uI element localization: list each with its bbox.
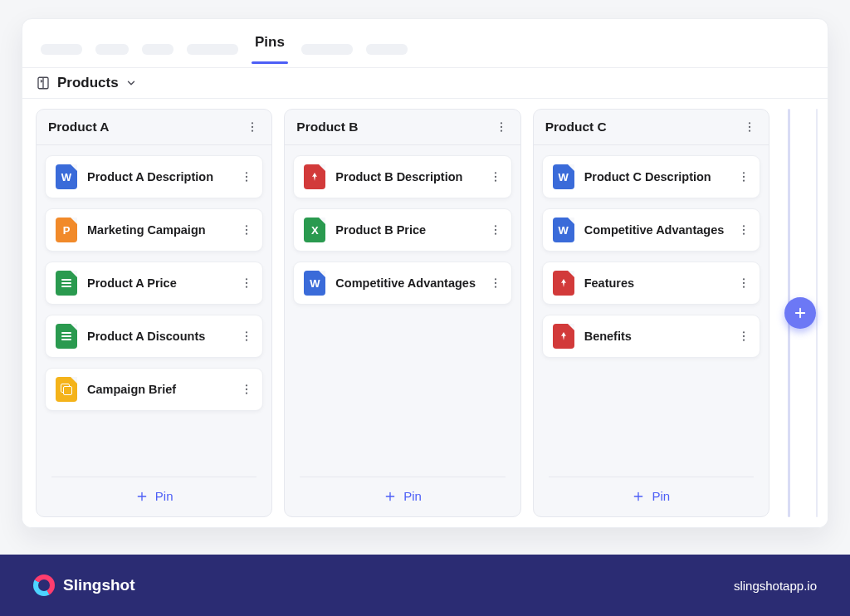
pin-card[interactable]: WCompetitive Advantages xyxy=(293,262,511,305)
more-options-button[interactable] xyxy=(245,120,260,134)
pin-card[interactable]: Product A Price xyxy=(45,262,263,305)
pin-card[interactable]: Product A Discounts xyxy=(45,315,263,358)
section-header[interactable]: Products xyxy=(22,67,828,99)
svg-point-17 xyxy=(246,389,247,390)
file-type-icon: X xyxy=(304,218,325,242)
more-options-button[interactable] xyxy=(488,222,503,237)
svg-point-39 xyxy=(743,233,745,235)
file-type-icon: W xyxy=(304,271,325,296)
file-type-icon xyxy=(553,271,574,296)
pin-card[interactable]: WCompetitive Advantages xyxy=(542,208,760,252)
svg-point-28 xyxy=(495,278,496,280)
svg-point-16 xyxy=(246,384,247,386)
svg-point-18 xyxy=(246,393,247,394)
tab-pins[interactable]: Pins xyxy=(252,34,288,64)
more-options-button[interactable] xyxy=(239,276,254,291)
more-options-button[interactable] xyxy=(736,222,751,237)
more-options-button[interactable] xyxy=(239,382,254,397)
pin-label: Product B Price xyxy=(335,223,477,237)
svg-point-27 xyxy=(495,233,496,235)
column-header: Product B xyxy=(285,110,520,145)
svg-point-25 xyxy=(495,225,496,227)
more-options-button[interactable] xyxy=(239,222,254,237)
tab-placeholder[interactable] xyxy=(187,44,238,55)
svg-point-23 xyxy=(495,176,496,178)
pin-card[interactable]: Benefits xyxy=(542,315,760,358)
more-options-button[interactable] xyxy=(736,329,751,344)
svg-point-12 xyxy=(246,286,247,288)
column-body: WProduct A DescriptionPMarketing Campaig… xyxy=(37,145,271,470)
section-title: Products xyxy=(57,75,119,91)
more-options-button[interactable] xyxy=(494,120,509,134)
svg-point-10 xyxy=(246,278,247,280)
pin-card[interactable]: PMarketing Campaign xyxy=(45,208,263,252)
svg-point-7 xyxy=(246,225,247,227)
more-options-button[interactable] xyxy=(488,276,503,291)
svg-point-40 xyxy=(743,278,745,280)
file-type-icon: W xyxy=(56,164,77,189)
add-column-button[interactable] xyxy=(784,297,816,329)
svg-point-32 xyxy=(749,126,750,128)
tab-placeholder[interactable] xyxy=(366,44,408,55)
svg-point-11 xyxy=(246,282,247,284)
column-title: Product A xyxy=(48,120,109,134)
pin-card[interactable]: WProduct A Description xyxy=(45,155,263,198)
pin-card[interactable]: WProduct C Description xyxy=(542,155,760,198)
column-header: Product C xyxy=(534,110,769,145)
svg-point-8 xyxy=(246,229,247,231)
tab-placeholder[interactable] xyxy=(95,44,129,55)
svg-point-3 xyxy=(252,130,253,132)
column-header: Product A xyxy=(37,110,271,145)
more-options-button[interactable] xyxy=(239,329,254,344)
footer-url: slingshotapp.io xyxy=(734,579,817,593)
pin-label: Product B Description xyxy=(335,170,477,183)
brand-logo-icon xyxy=(33,574,55,596)
tab-placeholder[interactable] xyxy=(142,44,173,55)
svg-point-38 xyxy=(743,229,745,231)
pin-label: Benefits xyxy=(584,330,726,343)
svg-point-45 xyxy=(743,340,745,341)
app-window: Pins Products Product AWProduct A Descri… xyxy=(22,18,828,528)
file-type-icon: W xyxy=(553,164,574,189)
pin-card[interactable]: Features xyxy=(542,262,760,305)
more-options-button[interactable] xyxy=(488,169,503,184)
more-options-button[interactable] xyxy=(239,169,254,184)
file-type-icon xyxy=(56,377,77,402)
svg-point-42 xyxy=(743,286,745,288)
add-pin-button[interactable]: Pin xyxy=(51,477,256,516)
svg-point-29 xyxy=(495,282,496,284)
pin-card[interactable]: XProduct B Price xyxy=(293,208,511,252)
board-column: Product BProduct B DescriptionXProduct B… xyxy=(284,109,520,517)
board-column: Product AWProduct A DescriptionPMarketin… xyxy=(36,109,272,517)
svg-point-19 xyxy=(501,122,502,124)
file-type-icon xyxy=(553,324,574,349)
add-pin-button[interactable]: Pin xyxy=(300,477,505,516)
add-pin-label: Pin xyxy=(155,489,173,503)
svg-point-31 xyxy=(749,122,750,124)
svg-point-24 xyxy=(495,180,496,182)
svg-point-44 xyxy=(743,335,745,337)
svg-point-14 xyxy=(246,335,247,337)
svg-point-2 xyxy=(252,126,253,128)
pin-card[interactable]: Campaign Brief xyxy=(45,368,263,411)
pin-label: Campaign Brief xyxy=(87,383,229,396)
section-icon xyxy=(36,76,51,90)
column-body: WProduct C DescriptionWCompetitive Advan… xyxy=(534,145,769,470)
svg-point-30 xyxy=(495,286,496,288)
pin-label: Product C Description xyxy=(584,170,726,183)
pin-label: Product A Discounts xyxy=(87,330,229,343)
svg-point-26 xyxy=(495,229,496,231)
tab-placeholder[interactable] xyxy=(301,44,353,55)
svg-point-35 xyxy=(743,176,745,178)
svg-point-41 xyxy=(743,282,745,284)
add-pin-button[interactable]: Pin xyxy=(549,477,754,516)
more-options-button[interactable] xyxy=(742,120,757,134)
file-type-icon xyxy=(56,324,77,349)
svg-point-36 xyxy=(743,180,745,182)
more-options-button[interactable] xyxy=(736,276,751,291)
svg-point-9 xyxy=(246,233,247,235)
pin-card[interactable]: Product B Description xyxy=(293,155,511,198)
more-options-button[interactable] xyxy=(736,169,751,184)
file-type-icon: P xyxy=(56,218,77,242)
tab-placeholder[interactable] xyxy=(41,44,82,55)
